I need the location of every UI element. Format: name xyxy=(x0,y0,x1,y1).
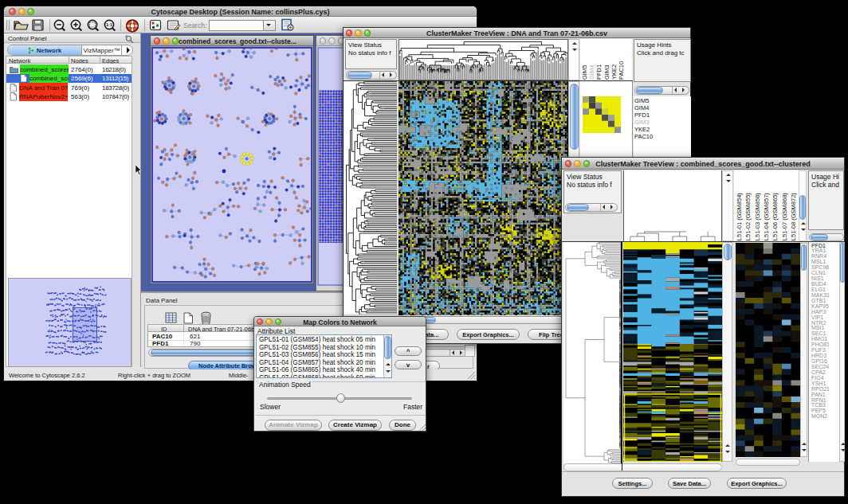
svg-text:1:1: 1:1 xyxy=(106,22,112,27)
